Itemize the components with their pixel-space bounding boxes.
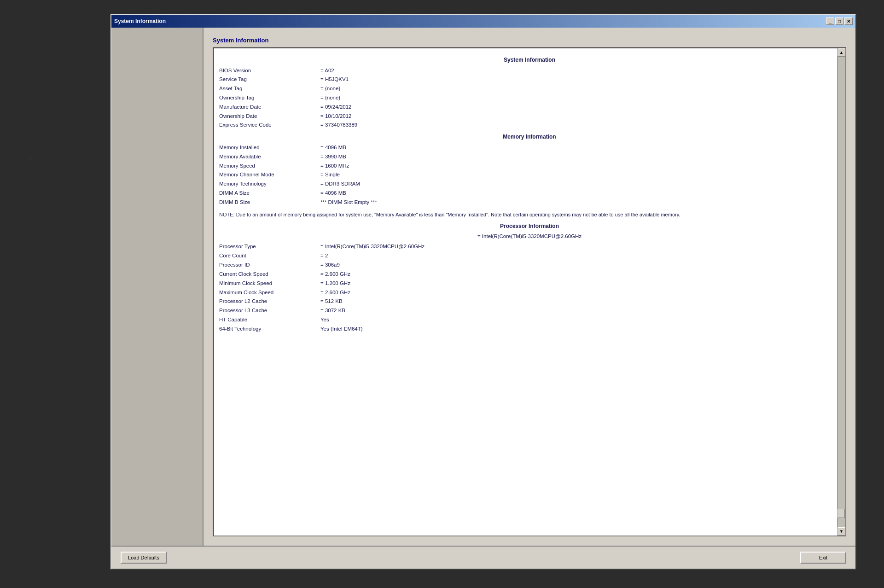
dimm-b-size-label: DIMM B Size [219,198,320,207]
system-section-header: System Information [219,56,840,64]
ownership-tag-label: Ownership Tag [219,93,320,103]
window-title: System Information [114,18,166,24]
dimm-b-size-value: *** DIMM Slot Empty *** [320,198,840,207]
processor-section-header: Processor Information [219,222,840,231]
bottom-right-buttons: Exit [800,552,846,564]
memory-speed-value: = 1600 MHz [320,162,840,171]
current-clock-speed-value: = 2.600 GHz [320,270,840,279]
manufacture-date-label: Manufacture Date [219,103,320,112]
service-tag-value: = H5JQKV1 [320,75,840,84]
bottom-left-buttons: Load Defaults [121,552,167,564]
bios-version-value: = A02 [320,66,840,76]
mouse-cursor: ↖ [28,154,35,164]
processor-type-label: Processor Type [219,242,320,251]
scroll-thumb[interactable] [837,509,845,518]
64bit-technology-value: Yes (Intel EM64T) [320,325,840,334]
scroll-track[interactable] [837,57,845,527]
processor-l2-cache-label: Processor L2 Cache [219,297,320,306]
processor-l3-cache-label: Processor L3 Cache [219,306,320,315]
system-info-table: BIOS Version = A02 Service Tag = H5JQKV1… [219,66,840,130]
dimm-a-size-value: = 4096 MB [320,189,840,198]
info-box: System Information BIOS Version = A02 Se… [213,47,846,536]
memory-available-label: Memory Available [219,152,320,162]
scrollbar[interactable]: ▲ ▼ [837,48,845,536]
main-area: System Information System Information BI… [204,28,855,546]
memory-installed-label: Memory Installed [219,143,320,152]
memory-note: NOTE: Due to an amount of memory being a… [219,211,840,219]
scroll-down-button[interactable]: ▼ [837,527,846,536]
memory-section-header: Memory Information [219,133,840,141]
desktop: ↖ System Information _ □ ✕ System Inform… [0,0,884,588]
memory-technology-label: Memory Technology [219,180,320,189]
memory-channel-mode-label: Memory Channel Mode [219,170,320,180]
page-title: System Information [213,37,846,44]
processor-l3-cache-value: = 3072 KB [320,306,840,315]
dimm-a-size-label: DIMM A Size [219,189,320,198]
memory-installed-value: = 4096 MB [320,143,840,152]
core-count-value: = 2 [320,251,840,261]
close-button[interactable]: ✕ [844,17,853,25]
core-count-label: Core Count [219,251,320,261]
load-defaults-button[interactable]: Load Defaults [121,552,167,564]
maximum-clock-speed-value: = 2.600 GHz [320,288,840,297]
ownership-date-label: Ownership Date [219,112,320,121]
bios-version-label: BIOS Version [219,66,320,76]
minimum-clock-speed-label: Minimum Clock Speed [219,279,320,288]
minimum-clock-speed-value: = 1.200 GHz [320,279,840,288]
memory-technology-value: = DDR3 SDRAM [320,180,840,189]
processor-id-value: = 306a9 [320,261,840,270]
express-service-code-value: = 37340783389 [320,121,840,130]
exit-button[interactable]: Exit [800,552,846,564]
minimize-button[interactable]: _ [826,17,834,25]
maximize-button[interactable]: □ [835,17,843,25]
bottom-bar: Load Defaults Exit [111,546,855,569]
asset-tag-value: = {none} [320,84,840,93]
processor-name: = Intel(R)Core(TM)i5-3320MCPU@2.60GHz [219,233,840,241]
memory-speed-label: Memory Speed [219,162,320,171]
ht-capable-value: Yes [320,315,840,325]
current-clock-speed-label: Current Clock Speed [219,270,320,279]
ht-capable-label: HT Capable [219,315,320,325]
window-content: System Information System Information BI… [111,28,855,546]
processor-info-table: Processor Type = Intel(R)Core(TM)i5-3320… [219,242,840,333]
memory-channel-mode-value: = Single [320,170,840,180]
service-tag-label: Service Tag [219,75,320,84]
processor-id-label: Processor ID [219,261,320,270]
left-panel [111,28,204,546]
manufacture-date-value: = 09/24/2012 [320,103,840,112]
scroll-up-button[interactable]: ▲ [837,48,846,57]
main-window: System Information _ □ ✕ System Informat… [110,14,856,570]
asset-tag-label: Asset Tag [219,84,320,93]
memory-info-table: Memory Installed = 4096 MB Memory Availa… [219,143,840,207]
scrollable-content: System Information BIOS Version = A02 Se… [214,48,845,536]
title-bar: System Information _ □ ✕ [111,15,855,28]
maximum-clock-speed-label: Maximum Clock Speed [219,288,320,297]
ownership-tag-value: = {none} [320,93,840,103]
window-controls: _ □ ✕ [826,17,853,25]
64bit-technology-label: 64-Bit Technology [219,325,320,334]
processor-type-value: = Intel(R)Core(TM)i5-3320MCPU@2.60GHz [320,242,840,251]
ownership-date-value: = 10/10/2012 [320,112,840,121]
express-service-code-label: Express Service Code [219,121,320,130]
processor-l2-cache-value: = 512 KB [320,297,840,306]
memory-available-value: = 3990 MB [320,152,840,162]
